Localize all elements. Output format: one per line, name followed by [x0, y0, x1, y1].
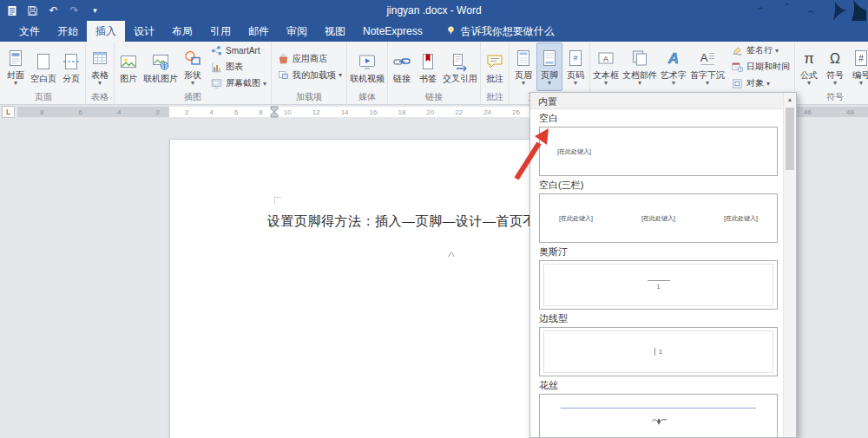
online-video-button[interactable]: 联机视频	[348, 42, 386, 91]
ruler-number: 24	[483, 108, 491, 116]
header-button[interactable]: 页眉▾	[510, 42, 536, 91]
tab-review[interactable]: 审阅	[278, 21, 316, 42]
redo-button[interactable]: ↷	[68, 3, 81, 17]
footer-gallery-item-austin[interactable]: 奥斯汀1	[539, 246, 778, 310]
wordart-button[interactable]: A艺术字▾	[659, 42, 688, 91]
bookmark-icon	[417, 50, 439, 73]
store-label: 应用商店	[293, 53, 327, 65]
ruler-numbers-right: 4648	[804, 107, 854, 117]
ribbon-tabs: 文件开始插入设计布局引用邮件审阅视图NoteExpress	[10, 21, 431, 42]
ruler-number: 18	[398, 108, 405, 116]
store-button[interactable]: 应用商店	[273, 51, 345, 67]
dropdown-caret-icon: ▾	[574, 80, 577, 87]
numbering-icon: #	[850, 47, 868, 69]
ruler-number: 46	[804, 108, 812, 116]
ribbon-group-symbols: π公式▾Ω符号▾#编号▾符号	[795, 42, 868, 104]
tab-file[interactable]: 文件	[10, 21, 49, 42]
tell-me-box[interactable]: 告诉我你想要做什么	[445, 21, 555, 42]
symbol-button[interactable]: Ω符号▾	[822, 42, 848, 91]
footer-gallery-item-preview: [在此处键入]	[539, 127, 778, 176]
save-button[interactable]	[26, 3, 39, 17]
comment-button[interactable]: 批注	[482, 42, 508, 91]
tab-insert[interactable]: 插入	[87, 21, 125, 42]
smartart-icon	[209, 43, 223, 57]
svg-text:π: π	[804, 50, 814, 67]
dropdown-caret-icon: ▾	[766, 80, 770, 88]
ribbon-group-label-links: 链接	[389, 91, 479, 104]
app-icon[interactable]	[5, 3, 18, 17]
scrollbar-thumb[interactable]	[786, 108, 794, 170]
page-number-button[interactable]: #页码▾	[562, 42, 589, 91]
tab-view[interactable]: 视图	[316, 21, 354, 42]
screenshot-button[interactable]: 屏幕截图▾	[207, 75, 269, 91]
online-video-label: 联机视频	[350, 74, 385, 83]
footer-gallery-item-name: 奥斯汀	[539, 246, 778, 258]
cover-page-button[interactable]: 封面▾	[3, 42, 29, 91]
date-time-button[interactable]: 日期和时间	[727, 59, 792, 75]
screenshot-label: 屏幕截图	[226, 77, 260, 89]
page-cover-icon	[4, 47, 27, 69]
ribbon-group-media: 联机视频媒体	[347, 42, 388, 104]
dropdown-caret-icon: ▾	[98, 80, 102, 87]
dropdown-caret-icon: ▾	[833, 80, 837, 87]
ruler-number: 48	[846, 108, 854, 116]
signature-line-button[interactable]: 签名行▾	[727, 42, 792, 58]
object-button[interactable]: 对象▾	[727, 75, 792, 91]
tab-noteexpress[interactable]: NoteExpress	[354, 21, 431, 42]
dropdown-caret-icon: ▾	[339, 71, 342, 79]
page-break-icon	[60, 50, 82, 73]
footer-icon	[538, 47, 561, 69]
shapes-button[interactable]: 形状▾	[180, 42, 206, 91]
ribbon-group-label-pages: 页面	[3, 91, 84, 104]
scroll-up-icon[interactable]: ▲	[784, 93, 796, 106]
bookmark-label: 书签	[419, 74, 437, 83]
textbox-icon: A	[595, 47, 617, 69]
number-button[interactable]: #编号▾	[848, 42, 868, 91]
tab-selector[interactable]: L	[2, 106, 15, 118]
customize-qat-button[interactable]: ▾	[89, 3, 102, 17]
tab-design[interactable]: 设计	[125, 21, 163, 42]
link-label: 链接	[393, 74, 411, 83]
link-button[interactable]: 链接	[389, 42, 415, 91]
text-box-button[interactable]: A文本框▾	[591, 42, 621, 91]
signature-line-label: 签名行	[746, 44, 773, 56]
footer-button[interactable]: 页脚▾	[536, 42, 562, 91]
quick-parts-button[interactable]: 文档部件▾	[621, 42, 659, 91]
footer-gallery-item-blank-three-columns[interactable]: 空白(三栏)[在此处键入][在此处键入][在此处键入]	[539, 180, 778, 243]
chart-button[interactable]: 图表	[207, 59, 269, 75]
ruler-number: 8	[259, 108, 262, 116]
annotation-arrow	[510, 123, 556, 184]
footer-gallery-item-blank[interactable]: 空白[在此处键入]	[539, 113, 778, 176]
tab-layout[interactable]: 布局	[163, 21, 201, 42]
online-pictures-button[interactable]: 联机图片	[141, 42, 180, 91]
bookmark-button[interactable]: 书签	[415, 42, 441, 91]
tab-references[interactable]: 引用	[201, 21, 240, 42]
gallery-scrollbar[interactable]: ▲	[783, 93, 796, 437]
footer-gallery-dropdown: 内置 空白[在此处键入]空白(三栏)[在此处键入][在此处键入][在此处键入]奥…	[529, 92, 797, 438]
cross-reference-button[interactable]: 交叉引用	[441, 42, 479, 91]
ribbon-group-tables: 表格▾表格	[86, 42, 115, 104]
dropdown-caret-icon: ▾	[807, 80, 811, 87]
ribbon-group-add-ins: 应用商店我的加载项▾加载项	[272, 42, 347, 104]
footer-gallery-item-name: 空白(三栏)	[539, 180, 778, 191]
dropcap-icon: A	[696, 47, 719, 69]
page-break-button[interactable]: 分页	[58, 42, 84, 91]
undo-button[interactable]: ↶	[47, 3, 60, 17]
tab-home[interactable]: 开始	[49, 21, 87, 42]
tab-mailings[interactable]: 邮件	[240, 21, 278, 42]
smartart-button[interactable]: SmartArt	[207, 42, 269, 58]
footer-gallery-item-sideline[interactable]: 边线型1	[539, 313, 778, 376]
dropdown-caret-icon: ▾	[706, 80, 709, 87]
dropdown-caret-icon: ▾	[263, 80, 266, 88]
table-button[interactable]: 表格▾	[87, 42, 113, 91]
pictures-button[interactable]: 图片	[115, 42, 141, 91]
blank-page-button[interactable]: 空白页	[29, 42, 58, 91]
page-number-preview: 1	[654, 348, 662, 356]
drop-cap-button[interactable]: A首字下沉▾	[688, 42, 727, 91]
ribbon-group-label-illustrations: 插图	[115, 91, 270, 104]
footer-gallery-item-filigree[interactable]: 花丝	[539, 380, 778, 437]
dropdown-caret-icon: ▾	[672, 80, 675, 87]
my-add-ins-button[interactable]: 我的加载项▾	[273, 68, 345, 83]
document-text[interactable]: 设置页脚得方法：插入—页脚—设计—首页不同	[267, 213, 550, 230]
equation-button[interactable]: π公式▾	[796, 42, 822, 91]
